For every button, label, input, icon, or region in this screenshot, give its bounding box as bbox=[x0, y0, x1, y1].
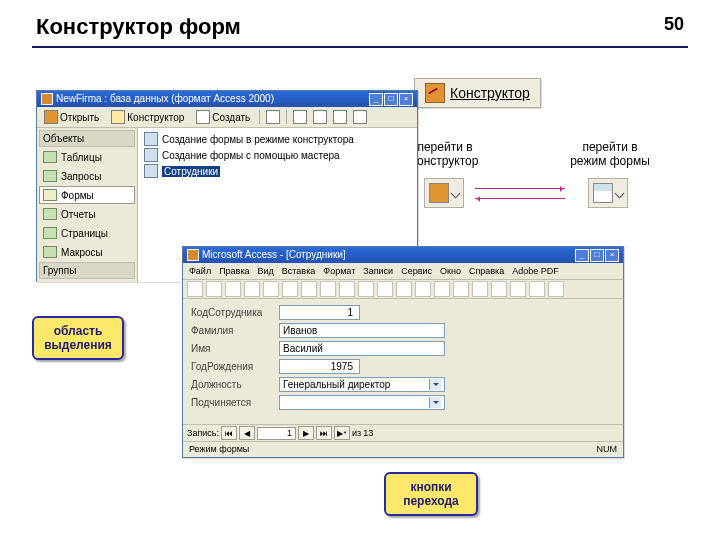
list-item[interactable]: Создание формы в режиме конструктора bbox=[144, 132, 411, 146]
list-item[interactable]: Создание формы с помощью мастера bbox=[144, 148, 411, 162]
last-record-button[interactable]: ⏭ bbox=[316, 426, 332, 440]
view-icon-4[interactable] bbox=[353, 110, 367, 124]
toolbar-btn[interactable] bbox=[320, 281, 336, 297]
wizard-icon bbox=[144, 132, 158, 146]
constructor-toggle-button[interactable]: Конструктор bbox=[414, 78, 541, 108]
surname-field[interactable]: Иванов bbox=[279, 323, 445, 338]
field-label: Должность bbox=[191, 379, 273, 390]
wizard-icon bbox=[144, 148, 158, 162]
constructor-toggle-label: Конструктор bbox=[450, 85, 530, 101]
title-divider bbox=[32, 46, 688, 48]
menu-window[interactable]: Окно bbox=[440, 266, 461, 276]
db-titlebar: NewFirma : база данных (формат Access 20… bbox=[37, 91, 417, 107]
record-number-input[interactable]: 1 bbox=[257, 427, 296, 440]
open-button[interactable]: Открыть bbox=[41, 109, 102, 125]
record-label: Запись: bbox=[187, 428, 219, 438]
toolbar-btn[interactable] bbox=[472, 281, 488, 297]
form-body: КодСотрудника1 ФамилияИванов ИмяВасилий … bbox=[183, 299, 623, 441]
constructor-mode-icon bbox=[429, 183, 449, 203]
toolbar-btn[interactable] bbox=[415, 281, 431, 297]
objects-queries[interactable]: Запросы bbox=[39, 167, 135, 185]
toolbar-btn[interactable] bbox=[491, 281, 507, 297]
groups-header: Группы bbox=[39, 262, 135, 279]
new-icon bbox=[196, 110, 210, 124]
view-icon-2[interactable] bbox=[313, 110, 327, 124]
toolbar-btn[interactable] bbox=[225, 281, 241, 297]
objects-tables[interactable]: Таблицы bbox=[39, 148, 135, 166]
field-label: Фамилия bbox=[191, 325, 273, 336]
code-field[interactable]: 1 bbox=[279, 305, 360, 320]
objects-forms[interactable]: Формы bbox=[39, 186, 135, 204]
toolbar-btn[interactable] bbox=[339, 281, 355, 297]
mode-constructor-button[interactable] bbox=[424, 178, 464, 208]
mode-form-button[interactable] bbox=[588, 178, 628, 208]
menu-adobe[interactable]: Adobe PDF bbox=[512, 266, 559, 276]
record-of-label: из bbox=[352, 428, 361, 438]
new-record-button[interactable]: ▶* bbox=[334, 426, 350, 440]
window-icon bbox=[41, 93, 53, 105]
toolbar-btn[interactable] bbox=[358, 281, 374, 297]
toolbar-btn[interactable] bbox=[187, 281, 203, 297]
toolbar-btn[interactable] bbox=[396, 281, 412, 297]
access-icon bbox=[187, 249, 199, 261]
delete-icon[interactable] bbox=[266, 110, 280, 124]
constructor-button[interactable]: Конструктор bbox=[108, 109, 187, 125]
menu-edit[interactable]: Правка bbox=[219, 266, 249, 276]
status-mode: Режим формы bbox=[189, 444, 249, 454]
objects-macros[interactable]: Макросы bbox=[39, 243, 135, 261]
view-icon-1[interactable] bbox=[293, 110, 307, 124]
field-label: Подчиняется bbox=[191, 397, 273, 408]
close-button[interactable]: × bbox=[605, 249, 619, 262]
callout-selection-area: областьвыделения bbox=[32, 316, 124, 360]
position-field[interactable]: Генеральный директор bbox=[279, 377, 445, 392]
field-label: ГодРождения bbox=[191, 361, 273, 372]
record-navigator: Запись: ⏮ ◀ 1 ▶ ⏭ ▶* из 13 bbox=[183, 424, 623, 441]
field-label: КодСотрудника bbox=[191, 307, 273, 318]
objects-reports[interactable]: Отчеты bbox=[39, 205, 135, 223]
subord-field[interactable] bbox=[279, 395, 445, 410]
toolbar-btn[interactable] bbox=[244, 281, 260, 297]
menu-insert[interactable]: Вставка bbox=[282, 266, 315, 276]
next-record-button[interactable]: ▶ bbox=[298, 426, 314, 440]
toolbar-btn[interactable] bbox=[434, 281, 450, 297]
page-icon bbox=[43, 227, 57, 239]
toolbar-btn[interactable] bbox=[206, 281, 222, 297]
close-button[interactable]: × bbox=[399, 93, 413, 106]
toolbar-btn[interactable] bbox=[510, 281, 526, 297]
chevron-down-icon[interactable] bbox=[429, 397, 441, 408]
minimize-button[interactable]: _ bbox=[369, 93, 383, 106]
menu-format[interactable]: Формат bbox=[323, 266, 355, 276]
toolbar-btn[interactable] bbox=[529, 281, 545, 297]
chevron-down-icon[interactable] bbox=[429, 379, 441, 390]
objects-pages[interactable]: Страницы bbox=[39, 224, 135, 242]
form-title: Microsoft Access - [Сотрудники] bbox=[202, 247, 346, 263]
page-number: 50 bbox=[664, 14, 684, 35]
view-icon-3[interactable] bbox=[333, 110, 347, 124]
toolbar-btn[interactable] bbox=[377, 281, 393, 297]
minimize-button[interactable]: _ bbox=[575, 249, 589, 262]
prev-record-button[interactable]: ◀ bbox=[239, 426, 255, 440]
toolbar-btn[interactable] bbox=[301, 281, 317, 297]
toolbar-btn[interactable] bbox=[282, 281, 298, 297]
menu-file[interactable]: Файл bbox=[189, 266, 211, 276]
maximize-button[interactable]: □ bbox=[384, 93, 398, 106]
toolbar-btn[interactable] bbox=[263, 281, 279, 297]
first-record-button[interactable]: ⏮ bbox=[221, 426, 237, 440]
name-field[interactable]: Василий bbox=[279, 341, 445, 356]
list-item-selected[interactable]: Сотрудники bbox=[144, 164, 411, 178]
page-title: Конструктор форм bbox=[0, 0, 720, 44]
create-button[interactable]: Создать bbox=[193, 109, 253, 125]
toolbar-btn[interactable] bbox=[453, 281, 469, 297]
menu-view[interactable]: Вид bbox=[258, 266, 274, 276]
menu-records[interactable]: Записи bbox=[363, 266, 393, 276]
objects-header: Объекты bbox=[39, 130, 135, 147]
maximize-button[interactable]: □ bbox=[590, 249, 604, 262]
arrow-left bbox=[475, 198, 565, 199]
menu-help[interactable]: Справка bbox=[469, 266, 504, 276]
toolbar-btn[interactable] bbox=[548, 281, 564, 297]
form-titlebar: Microsoft Access - [Сотрудники] _ □ × bbox=[183, 247, 623, 263]
menu-service[interactable]: Сервис bbox=[401, 266, 432, 276]
folder-icon bbox=[44, 110, 58, 124]
db-toolbar: Открыть Конструктор Создать bbox=[37, 107, 417, 128]
year-field[interactable]: 1975 bbox=[279, 359, 360, 374]
